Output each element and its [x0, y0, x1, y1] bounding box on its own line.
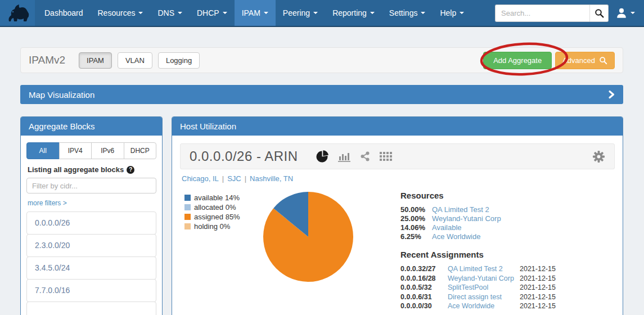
- assignment-date: 2021-12-15: [520, 292, 559, 302]
- resource-row: 6.25%Ace Worldwide: [400, 232, 559, 241]
- caret-down-icon: [370, 12, 375, 14]
- more-filters-link[interactable]: more filters >: [28, 199, 67, 207]
- global-search: [495, 4, 609, 22]
- resource-percent: 6.25%: [400, 232, 432, 241]
- magnifier-icon: [595, 8, 604, 18]
- aggregate-block-item[interactable]: 0.0.0.0/26: [26, 212, 156, 235]
- nav-item-label: Settings: [389, 8, 418, 17]
- assignment-date: 2021-12-15: [520, 264, 559, 274]
- listing-label: Listing all aggregate blocks ?: [28, 165, 155, 174]
- nav-item-resources[interactable]: Resources: [91, 0, 151, 26]
- assignment-link[interactable]: Ace Worldwide: [448, 302, 520, 311]
- assignment-row: 0.0.0.5/32SplitTestPool2021-12-15: [400, 283, 559, 292]
- recent-assignments-section: Recent Assignments 0.0.0.32/27QA Limited…: [400, 250, 559, 311]
- utilization-chart-row: available 14%allocated 0%assigned 85%hol…: [180, 190, 615, 311]
- location-link[interactable]: Chicago, IL: [182, 174, 219, 183]
- cidr-filter-input[interactable]: [26, 178, 156, 194]
- nav-item-label: Help: [440, 8, 456, 17]
- map-visualization-bar[interactable]: Map Visualization: [20, 85, 623, 104]
- pie-legend: available 14%allocated 0%assigned 85%hol…: [184, 190, 259, 311]
- share-button[interactable]: [359, 151, 371, 162]
- user-menu[interactable]: [615, 7, 635, 19]
- main-menu: DashboardResourcesDNSDHCPIPAMPeeringRepo…: [35, 0, 471, 26]
- assignment-row: 0.0.0.0/30Ace Worldwide2021-12-15: [400, 302, 559, 311]
- resources-list: 50.00%QA Limited Test 225.00%Weyland-Yut…: [400, 205, 559, 241]
- assignment-link[interactable]: Weyland-Yutani Corp: [448, 274, 520, 284]
- view-tab-ipam[interactable]: IPAM: [79, 52, 112, 69]
- aggregate-block-list: 0.0.0.0/262.3.0.0/203.4.5.0/247.7.0.0/16: [26, 212, 156, 315]
- caret-down-icon: [460, 12, 464, 14]
- listing-label-text: Listing all aggregate blocks: [28, 165, 124, 174]
- pie-chart-icon: [316, 150, 329, 163]
- assignment-link[interactable]: QA Limited Test 2: [448, 264, 520, 274]
- caret-down-icon: [138, 12, 143, 14]
- assignment-row: 0.0.0.6/31Direct assign test2021-12-15: [400, 292, 559, 302]
- assignment-cidr: 0.0.0.16/28: [400, 274, 448, 284]
- resource-percent: 14.06%: [400, 223, 432, 232]
- aggregate-block-item[interactable]: 2.3.0.0/20: [26, 234, 156, 257]
- toolbar-actions: Add Aggregate Advanced: [483, 52, 615, 69]
- nav-item-label: Peering: [283, 8, 310, 17]
- nav-item-label: IPAM: [242, 8, 260, 17]
- legend-swatch: [184, 223, 191, 230]
- host-utilization-panel: Host Utilization 0.0.0.0/26 - ARIN: [172, 116, 623, 315]
- app-logo[interactable]: [0, 0, 35, 26]
- assignment-link[interactable]: SplitTestPool: [448, 283, 520, 292]
- nav-item-settings[interactable]: Settings: [382, 0, 433, 26]
- aggregate-block-item[interactable]: 7.7.0.0/16: [26, 279, 156, 302]
- recent-assignments-list: 0.0.0.32/27QA Limited Test 22021-12-150.…: [400, 264, 559, 311]
- nav-item-help[interactable]: Help: [433, 0, 471, 26]
- aggregate-block-item[interactable]: 3.4.5.0/24: [26, 256, 156, 280]
- block-subheader: 0.0.0.0/26 - ARIN: [180, 143, 615, 169]
- advanced-search-button[interactable]: Advanced: [555, 52, 615, 69]
- search-button[interactable]: [589, 4, 609, 22]
- legend-item-holding: holding 0%: [184, 222, 259, 231]
- assignment-cidr: 0.0.0.6/31: [400, 292, 448, 302]
- resource-link[interactable]: Ace Worldwide: [432, 232, 480, 241]
- caret-down-icon: [264, 12, 268, 14]
- settings-button[interactable]: [592, 150, 605, 163]
- view-tabs: IPAMVLANLogging: [79, 52, 200, 69]
- magnifier-icon: [599, 56, 607, 65]
- bar-chart-view-button[interactable]: [338, 151, 350, 162]
- aggregate-tab-ipv4[interactable]: IPV4: [59, 142, 92, 159]
- aggregate-block-item[interactable]: [26, 302, 156, 315]
- resource-link[interactable]: QA Limited Test 2: [432, 205, 489, 214]
- assignment-cidr: 0.0.0.5/32: [400, 283, 448, 292]
- nav-item-ipam[interactable]: IPAM: [235, 0, 276, 26]
- host-utilization-header: Host Utilization: [172, 117, 623, 136]
- pie-chart-view-button[interactable]: [316, 150, 329, 163]
- add-aggregate-button[interactable]: Add Aggregate: [483, 52, 552, 69]
- search-input[interactable]: [495, 4, 589, 22]
- page-title: IPAMv2: [29, 54, 65, 66]
- legend-label: holding 0%: [194, 222, 230, 231]
- resource-link[interactable]: Available: [432, 223, 462, 232]
- location-link[interactable]: Nashville, TN: [250, 174, 293, 183]
- aggregate-blocks-panel: Aggregate Blocks AllIPV4IPv6DHCP Listing…: [20, 116, 163, 315]
- legend-label: allocated 0%: [194, 202, 236, 212]
- view-tab-vlan[interactable]: VLAN: [118, 52, 152, 69]
- aggregate-tab-ipv6[interactable]: IPv6: [91, 142, 124, 159]
- legend-item-available: available 14%: [184, 193, 259, 202]
- grid-view-button[interactable]: [380, 152, 392, 161]
- assignment-cidr: 0.0.0.32/27: [400, 264, 448, 274]
- chevron-down-icon: [631, 12, 635, 14]
- nav-item-dhcp[interactable]: DHCP: [190, 0, 235, 26]
- legend-swatch: [184, 214, 191, 220]
- nav-item-dashboard[interactable]: Dashboard: [37, 0, 91, 26]
- caret-down-icon: [313, 12, 318, 14]
- help-question-icon[interactable]: ?: [127, 166, 134, 174]
- nav-item-reporting[interactable]: Reporting: [325, 0, 382, 26]
- aggregate-tab-dhcp[interactable]: DHCP: [124, 142, 157, 159]
- resource-link[interactable]: Weyland-Yutani Corp: [432, 214, 501, 223]
- utilization-pie-chart: [261, 190, 355, 284]
- legend-item-allocated: allocated 0%: [184, 202, 259, 212]
- nav-item-peering[interactable]: Peering: [276, 0, 325, 26]
- location-link[interactable]: SJC: [227, 174, 241, 183]
- nav-item-dns[interactable]: DNS: [150, 0, 190, 26]
- view-tab-logging[interactable]: Logging: [158, 52, 200, 69]
- aggregate-tab-all[interactable]: All: [26, 142, 60, 159]
- assignment-link[interactable]: Direct assign test: [448, 292, 520, 302]
- gear-icon: [592, 150, 605, 163]
- ipam-toolbar: IPAMv2 IPAMVLANLogging Add Aggregate Adv…: [20, 47, 623, 73]
